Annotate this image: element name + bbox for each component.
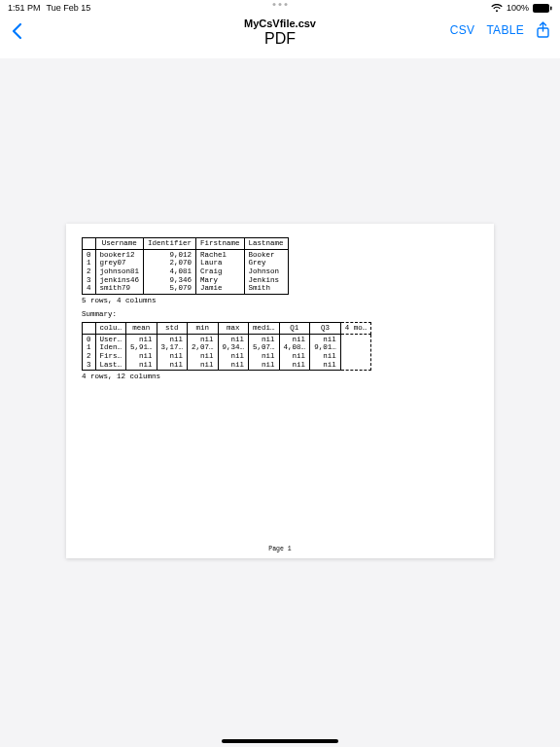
svg-rect-0 <box>533 4 549 13</box>
table-cell: 01234 <box>83 249 96 294</box>
table-header: medi… <box>249 323 280 335</box>
share-button[interactable] <box>536 21 550 39</box>
table-cell: 9,0122,0704,0819,3465,079 <box>144 249 196 294</box>
battery-percent: 100% <box>507 3 529 13</box>
pdf-page: UsernameIdentifierFirstnameLastname01234… <box>66 224 494 558</box>
table-cell: 0123 <box>83 334 96 371</box>
summary-table: colu…meanstdminmaxmedi…Q1Q34 mo…0123User… <box>82 322 371 371</box>
svg-rect-1 <box>550 6 552 10</box>
table-cell: booker12grey07johnson81jenkins46smith79 <box>95 249 144 294</box>
table-header: Username <box>95 238 144 250</box>
table-header: Lastname <box>244 238 288 250</box>
table-header: Q3 <box>310 323 341 335</box>
table-header: max <box>218 323 249 335</box>
table-header: Identifier <box>144 238 196 250</box>
wifi-icon <box>491 4 503 13</box>
table-header <box>83 323 96 335</box>
table-cell: nil9,34…nilnil <box>218 334 249 371</box>
page-number: Page 1 <box>66 546 494 552</box>
table-header <box>83 238 96 250</box>
home-indicator[interactable] <box>222 739 338 743</box>
csv-button[interactable]: CSV <box>450 23 475 37</box>
summary-meta: 4 rows, 12 columns <box>82 373 478 381</box>
table-cell <box>340 334 371 371</box>
window-grabber[interactable] <box>273 3 288 6</box>
table-cell: nil9,01…nilnil <box>310 334 341 371</box>
table-cell: nil4,08…nilnil <box>279 334 310 371</box>
status-date: Tue Feb 15 <box>47 3 91 13</box>
data-table: UsernameIdentifierFirstnameLastname01234… <box>82 237 289 295</box>
table-cell: RachelLauraCraigMaryJamie <box>196 249 245 294</box>
table-header: Q1 <box>279 323 310 335</box>
battery-icon <box>533 4 552 13</box>
table-cell: BookerGreyJohnsonJenkinsSmith <box>244 249 288 294</box>
table-header: min <box>188 323 219 335</box>
table-header: Firstname <box>196 238 245 250</box>
file-title: MyCsVfile.csv <box>244 18 316 29</box>
table-button[interactable]: TABLE <box>486 23 524 37</box>
table-header: 4 mo… <box>340 323 371 335</box>
table-header: std <box>157 323 188 335</box>
table-cell: nil5,07…nilnil <box>249 334 280 371</box>
table-cell: nil3,17…nilnil <box>157 334 188 371</box>
table-header: mean <box>126 323 158 335</box>
status-time: 1:51 PM <box>8 3 41 13</box>
table-cell: nil2,07…nilnil <box>188 334 219 371</box>
table-header: colu… <box>95 323 126 335</box>
table-meta: 5 rows, 4 columns <box>82 297 478 305</box>
table-cell: User…Iden…Firs…Last… <box>95 334 126 371</box>
summary-label: Summary: <box>82 310 478 319</box>
table-cell: nil5,91…nilnil <box>126 334 158 371</box>
nav-bar: MyCsVfile.csv PDF CSV TABLE <box>0 16 560 58</box>
view-mode-title: PDF <box>264 30 296 48</box>
document-viewport[interactable]: UsernameIdentifierFirstnameLastname01234… <box>0 58 560 558</box>
